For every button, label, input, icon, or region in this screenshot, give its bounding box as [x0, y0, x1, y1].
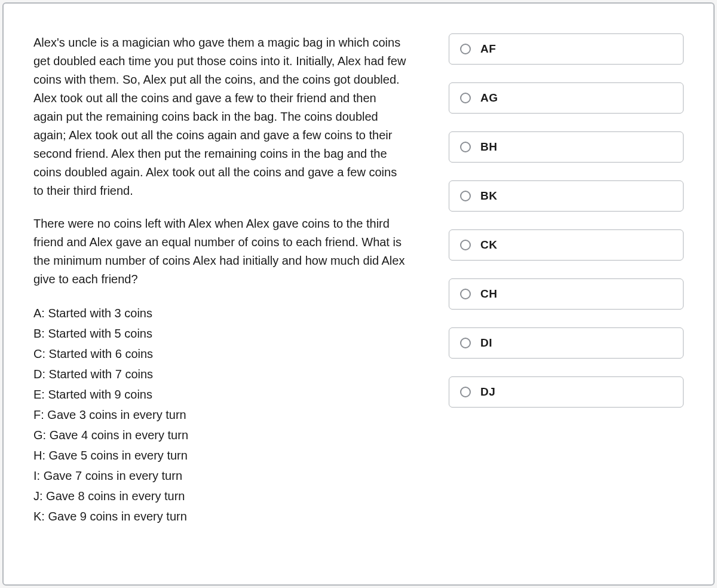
content-wrapper: Alex's uncle is a magician who gave them… — [33, 33, 684, 526]
answer-label: AF — [480, 42, 496, 56]
answer-choice-bh[interactable]: BH — [449, 131, 684, 163]
question-paragraph-2: There were no coins left with Alex when … — [33, 215, 407, 289]
statement-option: C: Started with 6 coins — [33, 344, 407, 364]
radio-icon — [460, 44, 471, 54]
radio-icon — [460, 387, 471, 397]
answer-label: DJ — [480, 385, 495, 399]
answer-choice-af[interactable]: AF — [449, 33, 684, 65]
answer-label: BH — [480, 140, 497, 154]
statement-option: B: Started with 5 coins — [33, 323, 407, 344]
statement-option: J: Gave 8 coins in every turn — [33, 486, 407, 506]
statement-option: F: Gave 3 coins in every turn — [33, 405, 407, 425]
radio-icon — [460, 142, 471, 152]
radio-icon — [460, 93, 471, 103]
answer-choice-ag[interactable]: AG — [449, 82, 684, 114]
answer-choice-ch[interactable]: CH — [449, 278, 684, 310]
statement-option: A: Started with 3 coins — [33, 303, 407, 323]
question-column: Alex's uncle is a magician who gave them… — [33, 33, 407, 526]
statement-option: E: Started with 9 coins — [33, 384, 407, 405]
answer-label: CK — [480, 238, 497, 252]
answer-choice-dj[interactable]: DJ — [449, 376, 684, 408]
statement-options-list: A: Started with 3 coins B: Started with … — [33, 303, 407, 526]
radio-icon — [460, 191, 471, 201]
answer-label: BK — [480, 189, 497, 203]
answer-label: CH — [480, 287, 497, 301]
radio-icon — [460, 240, 471, 250]
answers-column: AF AG BH BK CK CH — [449, 33, 684, 526]
answer-choice-ck[interactable]: CK — [449, 229, 684, 261]
answer-choice-di[interactable]: DI — [449, 327, 684, 359]
statement-option: K: Gave 9 coins in every turn — [33, 506, 407, 526]
question-card: Alex's uncle is a magician who gave them… — [2, 2, 715, 586]
statement-option: D: Started with 7 coins — [33, 364, 407, 384]
statement-option: H: Gave 5 coins in every turn — [33, 445, 407, 466]
answer-choice-bk[interactable]: BK — [449, 180, 684, 212]
question-paragraph-1: Alex's uncle is a magician who gave them… — [33, 33, 407, 200]
statement-option: G: Gave 4 coins in every turn — [33, 425, 407, 445]
statement-option: I: Gave 7 coins in every turn — [33, 466, 407, 486]
radio-icon — [460, 338, 471, 348]
answer-label: DI — [480, 336, 492, 350]
radio-icon — [460, 289, 471, 299]
answer-label: AG — [480, 91, 498, 105]
